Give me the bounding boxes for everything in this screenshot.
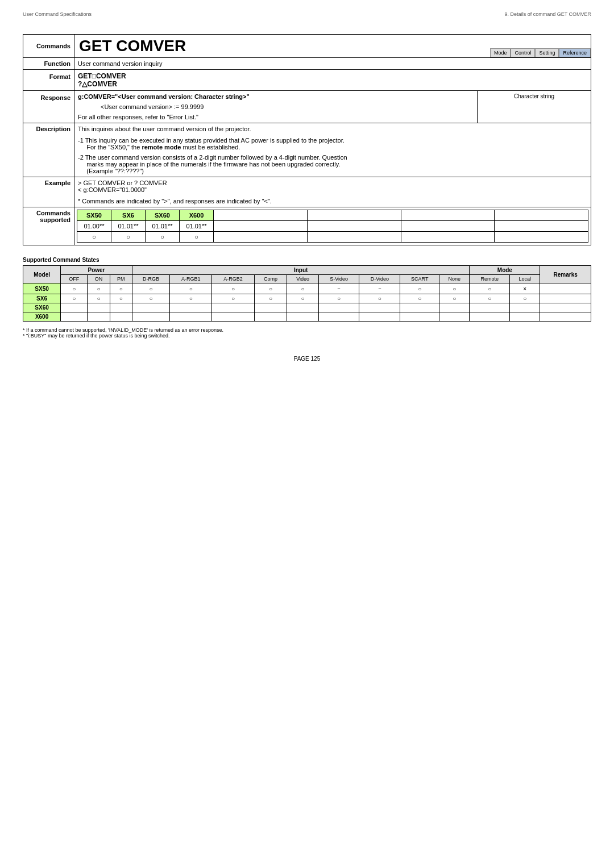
sx6-argb2: ○ bbox=[212, 294, 254, 303]
cmd-empty2 bbox=[307, 210, 401, 221]
note2: * "i:BUSY" may be returned if the power … bbox=[23, 333, 591, 339]
sx6-remote: ○ bbox=[470, 294, 510, 303]
sx6-pm: ○ bbox=[110, 294, 132, 303]
sx6-none: ○ bbox=[439, 294, 470, 303]
cmd-empty12 bbox=[495, 232, 588, 243]
states-header-row2: OFF ON PM D-RGB A-RGB1 A-RGB2 Comp Video… bbox=[23, 275, 591, 283]
sx50-remarks bbox=[540, 283, 591, 294]
sx6-scart: ○ bbox=[400, 294, 439, 303]
col-local: Local bbox=[510, 275, 540, 283]
commands-label: Commands bbox=[23, 35, 74, 58]
cmd-empty11 bbox=[401, 232, 495, 243]
cmd-empty4 bbox=[495, 210, 588, 221]
note1: * If a command cannot be supported, 'INV… bbox=[23, 327, 591, 333]
x600-scart bbox=[400, 312, 439, 322]
sx50-remote: ○ bbox=[470, 283, 510, 294]
sx60-local bbox=[510, 303, 540, 312]
x600-dvideo bbox=[359, 312, 400, 322]
cmd-empty3 bbox=[401, 210, 495, 221]
supported-states-table: Model Power Input Mode Remarks OFF ON PM… bbox=[23, 265, 591, 322]
reference-text: Character string bbox=[514, 93, 554, 99]
sx60-drgb bbox=[132, 303, 169, 312]
col-remote: Remote bbox=[470, 275, 510, 283]
sx6-drgb: ○ bbox=[132, 294, 169, 303]
example-line1: > GET COMVER or ? COMVER bbox=[78, 180, 587, 186]
example-line3: * Commands are indicated by ">", and res… bbox=[78, 198, 587, 205]
example-label: Example bbox=[23, 177, 74, 207]
tab-mode[interactable]: Mode bbox=[490, 48, 511, 57]
cmd-sx50-circle: ○ bbox=[77, 232, 111, 243]
model-sx50: SX50 bbox=[23, 283, 61, 294]
page-footer: PAGE 125 bbox=[23, 356, 591, 362]
x600-drgb bbox=[132, 312, 169, 322]
row-sx50: SX50 ○ ○ ○ ○ ○ ○ ○ ○ － － ○ ○ ○ × bbox=[23, 283, 591, 294]
sx60-remarks bbox=[540, 303, 591, 312]
model-sx60: SX60 bbox=[23, 303, 61, 312]
x600-argb1 bbox=[170, 312, 212, 322]
format-row: Format GET□COMVER ?△COMVER bbox=[23, 70, 591, 91]
x600-argb2 bbox=[212, 312, 254, 322]
description-main: This inquires about the user command ver… bbox=[78, 126, 587, 132]
sx50-dvideo: － bbox=[359, 283, 400, 294]
sx50-none: ○ bbox=[439, 283, 470, 294]
cmd-x600-label: X600 bbox=[180, 210, 214, 221]
x600-on bbox=[88, 312, 110, 322]
sx60-none bbox=[439, 303, 470, 312]
col-remarks: Remarks bbox=[540, 266, 591, 283]
x600-pm bbox=[110, 312, 132, 322]
x600-video bbox=[287, 312, 319, 322]
x600-svideo bbox=[318, 312, 359, 322]
commands-supported-content: SX50 SX6 SX60 X600 01.00** 01.01** 01.01… bbox=[74, 207, 591, 245]
col-argb2: A-RGB2 bbox=[212, 275, 254, 283]
cmd-empty5 bbox=[214, 221, 308, 232]
tab-reference[interactable]: Reference bbox=[559, 48, 591, 57]
description-item-2: -2 The user command version consists of … bbox=[78, 154, 587, 174]
example-row: Example > GET COMVER or ? COMVER < g:COM… bbox=[23, 177, 591, 207]
row-sx60: SX60 bbox=[23, 303, 591, 312]
tab-control[interactable]: Control bbox=[511, 48, 535, 57]
page-number: PAGE 125 bbox=[294, 356, 321, 362]
title-row: Commands GET COMVER Mode Control Setting… bbox=[23, 35, 591, 58]
x600-remote bbox=[470, 312, 510, 322]
sx50-scart: ○ bbox=[400, 283, 439, 294]
col-svideo: S-Video bbox=[318, 275, 359, 283]
tab-setting[interactable]: Setting bbox=[535, 48, 559, 57]
sx60-pm bbox=[110, 303, 132, 312]
col-dvideo: D-Video bbox=[359, 275, 400, 283]
sx6-svideo: ○ bbox=[318, 294, 359, 303]
sx60-argb1 bbox=[170, 303, 212, 312]
col-model: Model bbox=[23, 266, 61, 283]
cmd-sx50-label: SX50 bbox=[77, 210, 111, 221]
command-title-cell: GET COMVER bbox=[74, 35, 478, 58]
cmd-sx6-ver: 01.01** bbox=[111, 221, 146, 232]
model-sx6: SX6 bbox=[23, 294, 61, 303]
supported-states-title: Supported Command States bbox=[23, 257, 591, 263]
command-table: Commands GET COMVER Mode Control Setting… bbox=[23, 34, 591, 245]
x600-comp bbox=[254, 312, 287, 322]
sx6-local: ○ bbox=[510, 294, 540, 303]
x600-remarks bbox=[540, 312, 591, 322]
cmd-x600-circle: ○ bbox=[180, 232, 214, 243]
supported-states-section: Supported Command States Model Power Inp… bbox=[23, 257, 591, 339]
example-line2: < g:COMVER="01.0000" bbox=[78, 186, 587, 193]
header-left: User Command Specifications bbox=[23, 11, 92, 17]
sx50-comp: ○ bbox=[254, 283, 287, 294]
sx60-video bbox=[287, 303, 319, 312]
cmd-sx60-label: SX60 bbox=[146, 210, 180, 221]
col-mode: Mode bbox=[470, 266, 540, 275]
cmd-empty10 bbox=[307, 232, 401, 243]
cmd-sx60-circle: ○ bbox=[146, 232, 180, 243]
function-row: Function User command version inquiry bbox=[23, 58, 591, 70]
col-drgb: D-RGB bbox=[132, 275, 169, 283]
sx6-off: ○ bbox=[61, 294, 88, 303]
cmd-empty8 bbox=[495, 221, 588, 232]
sx6-on: ○ bbox=[88, 294, 110, 303]
sx60-svideo bbox=[318, 303, 359, 312]
col-power: Power bbox=[61, 266, 132, 275]
sx50-drgb: ○ bbox=[132, 283, 169, 294]
cmd-empty7 bbox=[401, 221, 495, 232]
commands-supported-label: Commandssupported bbox=[23, 207, 74, 245]
cmd-sx6-label: SX6 bbox=[111, 210, 146, 221]
cmd-header-row: SX50 SX6 SX60 X600 bbox=[77, 210, 588, 221]
sx50-pm: ○ bbox=[110, 283, 132, 294]
